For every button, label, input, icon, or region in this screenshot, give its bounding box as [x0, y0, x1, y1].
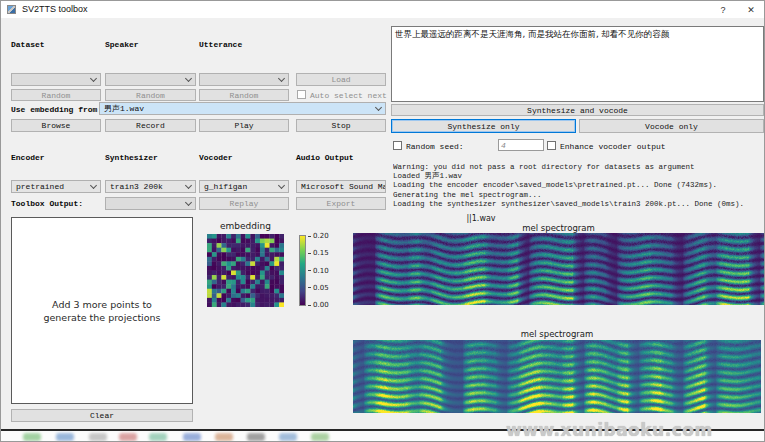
speaker-random-button[interactable]: Random — [105, 89, 196, 101]
enhance-vocoder-checkbox[interactable] — [547, 141, 556, 150]
log-output: Warning: you did not pass a root directo… — [393, 163, 765, 209]
background-artifact — [247, 433, 265, 441]
random-seed-label: Random seed: — [406, 142, 464, 151]
chevron-down-icon — [185, 198, 192, 205]
background-artifact — [23, 433, 41, 441]
watermark: www.xunibaoku.com — [506, 420, 713, 440]
chevron-down-icon — [185, 181, 192, 188]
mel-spectrogram-bottom-title: mel spectrogram — [353, 329, 761, 339]
window-title: SV2TTS toolbox — [22, 4, 88, 14]
embedding-heatmap — [207, 234, 284, 307]
sv2tts-toolbox-window: SV2TTS toolbox ? ✕ Dataset Speaker Utter… — [0, 0, 765, 442]
close-button[interactable]: ✕ — [738, 1, 764, 18]
embedding-source-value: 男声1.wav — [104, 103, 144, 114]
encoder-dropdown[interactable]: pretrained — [11, 180, 101, 193]
chevron-down-icon — [278, 181, 285, 188]
chevron-down-icon — [185, 74, 192, 81]
dataset-dropdown[interactable] — [11, 73, 101, 86]
background-artifact — [56, 433, 74, 441]
mel-spectrogram-top-title: mel spectrogram — [353, 223, 764, 233]
projections-message: Add 3 more points to generate the projec… — [43, 298, 160, 324]
play-button[interactable]: Play — [199, 119, 289, 132]
toolbox-output-dropdown[interactable] — [105, 197, 196, 210]
browse-button[interactable]: Browse — [11, 119, 101, 132]
vocode-only-button[interactable]: Vocode only — [579, 119, 764, 133]
synthesizer-dropdown[interactable]: train3 200k — [105, 180, 196, 193]
log-line: Loaded 男声1.wav — [393, 172, 765, 181]
background-artifact — [279, 433, 297, 441]
synthesizer-value: train3 200k — [110, 182, 163, 191]
dataset-label: Dataset — [11, 40, 45, 49]
log-line: Loading the encoder encoder\saved_models… — [393, 181, 765, 190]
background-artifact — [119, 433, 137, 441]
encoder-label: Encoder — [11, 153, 45, 162]
mel-spectrogram-top — [353, 233, 764, 305]
audio-output-dropdown[interactable]: Microsoft Sound Mapp — [296, 180, 386, 193]
synthesize-and-vocode-button[interactable]: Synthesize and vocode — [391, 104, 764, 116]
stop-button[interactable]: Stop — [296, 119, 386, 132]
colorbar-tick: 0.10 — [308, 267, 329, 275]
utterance-label: Utterance — [199, 40, 242, 49]
colorbar-tick-labels: 0.200.150.100.050.00 — [308, 232, 329, 309]
audio-output-value: Microsoft Sound Mapp — [301, 182, 386, 191]
embedding-source-dropdown[interactable]: 男声1.wav — [99, 102, 386, 115]
colorbar-tick: 0.20 — [308, 232, 329, 240]
vocoder-label: Vocoder — [199, 153, 233, 162]
clear-button[interactable]: Clear — [11, 409, 193, 422]
chevron-down-icon — [375, 103, 382, 110]
utterance-dropdown[interactable] — [199, 73, 289, 86]
colorbar-tick: 0.00 — [308, 301, 329, 309]
utterance-random-button[interactable]: Random — [199, 89, 289, 101]
enhance-vocoder-label: Enhance vocoder output — [560, 142, 666, 151]
record-button[interactable]: Record — [105, 119, 196, 132]
vocoder-dropdown[interactable]: g_hifigan — [199, 180, 289, 193]
seed-input[interactable]: 4 — [498, 139, 544, 151]
app-icon — [7, 5, 16, 14]
background-artifact — [311, 433, 329, 441]
background-artifact — [89, 433, 107, 441]
speaker-label: Speaker — [105, 40, 139, 49]
synthesis-text-input[interactable]: 世界上最遥远的距离不是天涯海角, 而是我站在你面前, 却看不见你的容颜 — [391, 26, 764, 102]
replay-button[interactable]: Replay — [199, 197, 289, 210]
colorbar-tick: 0.05 — [308, 284, 329, 292]
encoder-value: pretrained — [16, 182, 64, 191]
toolbox-output-label: Toolbox Output: — [11, 199, 83, 208]
random-seed-checkbox[interactable] — [393, 141, 402, 150]
background-artifact — [183, 433, 201, 441]
dataset-random-button[interactable]: Random — [11, 89, 101, 101]
speaker-dropdown[interactable] — [105, 73, 196, 86]
log-line: Loading the synthesizer synthesizer\save… — [393, 200, 765, 209]
embedding-plot-title: embedding — [207, 221, 284, 231]
embedding-colorbar — [299, 235, 306, 306]
log-line: Generating the mel spectrogram... — [393, 191, 765, 200]
synthesizer-label: Synthesizer — [105, 153, 158, 162]
mel-spectrogram-bottom — [353, 340, 761, 413]
chevron-down-icon — [278, 74, 285, 81]
background-artifact — [215, 433, 233, 441]
current-wav-label: ||1.wav — [441, 214, 521, 223]
projections-area: Add 3 more points to generate the projec… — [11, 217, 193, 404]
load-button[interactable]: Load — [296, 73, 386, 86]
synthesize-only-button[interactable]: Synthesize only — [391, 119, 576, 133]
use-embedding-label: Use embedding from: — [11, 105, 102, 114]
background-artifact — [149, 433, 167, 441]
colorbar-tick: 0.15 — [308, 249, 329, 257]
log-line: Warning: you did not pass a root directo… — [393, 163, 765, 172]
title-bar: SV2TTS toolbox ? ✕ — [1, 1, 765, 18]
chevron-down-icon — [90, 181, 97, 188]
vocoder-value: g_hifigan — [204, 182, 247, 191]
auto-select-next-label: Auto select next — [310, 91, 387, 100]
chevron-down-icon — [90, 74, 97, 81]
audio-output-label: Audio Output — [296, 153, 354, 162]
help-button[interactable]: ? — [710, 1, 736, 18]
auto-select-next-checkbox[interactable] — [297, 90, 306, 99]
export-button[interactable]: Export — [296, 197, 386, 210]
